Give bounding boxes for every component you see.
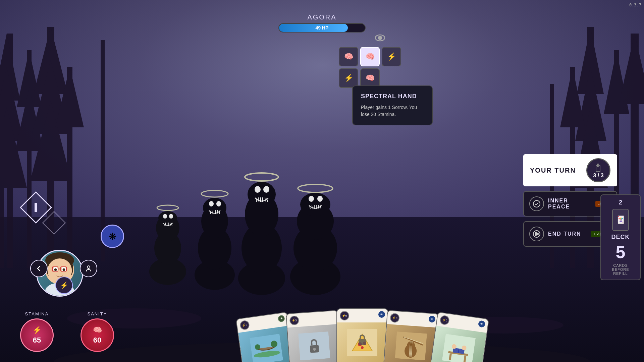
card-badge-1: ⚡5 bbox=[289, 315, 299, 325]
card-type-3: 👁 bbox=[428, 316, 435, 323]
card-type-1 bbox=[328, 313, 335, 320]
deck-count: 5 bbox=[616, 243, 626, 261]
svg-marker-79 bbox=[536, 232, 539, 236]
deck-side-count: 2 bbox=[619, 199, 622, 206]
card-badge-0: ⚡0 bbox=[239, 320, 250, 330]
stamina-icon: ⚡ bbox=[33, 326, 42, 335]
your-turn-bar: YOUR TURN 3 / 3 bbox=[523, 154, 617, 186]
svg-point-94 bbox=[361, 346, 364, 349]
tooltip-text: Player gains 1 Sorrow. You lose 20 Stami… bbox=[361, 104, 424, 118]
ability-brain-active: 🧠 bbox=[360, 47, 380, 66]
ability-lightning-2: ⚡ bbox=[339, 68, 358, 88]
back-button[interactable] bbox=[30, 260, 48, 277]
svg-point-74 bbox=[87, 266, 90, 268]
enemy-name: AGORA bbox=[307, 13, 336, 21]
person-button[interactable] bbox=[80, 260, 97, 277]
deck-title: DECK bbox=[611, 234, 630, 241]
sanity-value: 60 bbox=[93, 336, 101, 345]
card-image-pizza bbox=[337, 322, 388, 362]
enemy-abilities: 🧠 🧠 ⚡ ⚡ 🧠 bbox=[339, 47, 402, 88]
ability-brain-2: 🧠 bbox=[360, 68, 380, 88]
end-turn-label: END TURN bbox=[548, 231, 587, 237]
card-pizza[interactable]: ⚡0 👁 bbox=[336, 308, 388, 362]
end-turn-icon bbox=[529, 227, 544, 241]
card-badge-4: ⚡0 bbox=[439, 315, 450, 325]
tooltip-title: SPECTRAL HAND bbox=[361, 93, 424, 100]
inner-peace-label: INNER PEACE bbox=[548, 198, 591, 210]
card-type-0: 👁 bbox=[277, 315, 285, 322]
enemy-hp-bar: 49 HP bbox=[278, 23, 366, 33]
sanity-block: SANITY 🧠 60 bbox=[80, 311, 114, 352]
deck-panel: 2 🃏 DECK 5 CARDS BEFORE REFILL bbox=[600, 194, 641, 280]
card-badge-2: ⚡0 bbox=[340, 311, 349, 320]
inner-peace-icon bbox=[529, 196, 544, 211]
sanity-icon: 🧠 bbox=[93, 326, 102, 335]
svg-point-69 bbox=[63, 268, 65, 271]
svg-point-68 bbox=[54, 268, 57, 271]
deck-card-preview: 🃏 bbox=[612, 209, 629, 231]
hand-counter: 3 / 3 bbox=[586, 158, 610, 182]
ability-lightning-1: ⚡ bbox=[382, 47, 401, 66]
card-violin[interactable]: ⚡0 👁 Violin Music bbox=[382, 310, 439, 362]
sanity-label: SANITY bbox=[88, 311, 107, 316]
shard-icon[interactable]: ❋ bbox=[101, 225, 124, 248]
svg-point-60 bbox=[378, 36, 382, 40]
version-label: 0.3.7 bbox=[629, 3, 641, 7]
ability-brain-1: 🧠 bbox=[339, 47, 358, 66]
deck-subtitle: CARDS BEFORE REFILL bbox=[605, 263, 636, 276]
stamina-label: STAMINA bbox=[25, 311, 49, 316]
hand-area: ⚡0 👁 Hammock Rest ⚡5 bbox=[134, 305, 590, 362]
hand-count-text: 3 / 3 bbox=[593, 173, 603, 179]
enemy-hp-text: 49 HP bbox=[316, 25, 329, 31]
stamina-circle: ⚡ 65 bbox=[20, 318, 54, 352]
card-locked-1[interactable]: ⚡5 1 bbox=[285, 310, 342, 362]
eye-icon[interactable] bbox=[374, 32, 386, 44]
svg-rect-95 bbox=[359, 339, 366, 345]
your-turn-text: YOUR TURN bbox=[530, 167, 576, 174]
stats-area: STAMINA ⚡ 65 SANITY 🧠 60 bbox=[20, 311, 114, 352]
tooltip: SPECTRAL HAND Player gains 1 Sorrow. You… bbox=[352, 85, 433, 125]
enemy-hp-fill bbox=[279, 24, 348, 32]
card-homework[interactable]: ⚡0 👁 Homework with kids bbox=[427, 312, 489, 362]
card-badge-3: ⚡0 bbox=[389, 313, 399, 323]
lightning-button[interactable]: ⚡ bbox=[55, 277, 73, 294]
card-type-2: 👁 bbox=[378, 311, 385, 318]
card-image-locked-1 bbox=[287, 324, 340, 362]
stamina-value: 65 bbox=[33, 336, 41, 345]
card-image-violin bbox=[384, 324, 437, 362]
card-type-4: 👁 bbox=[478, 320, 485, 328]
enemy-area: AGORA 49 HP bbox=[278, 13, 366, 33]
sanity-circle: 🧠 60 bbox=[80, 318, 114, 352]
stamina-block: STAMINA ⚡ 65 bbox=[20, 311, 54, 352]
svg-rect-105 bbox=[442, 334, 475, 362]
